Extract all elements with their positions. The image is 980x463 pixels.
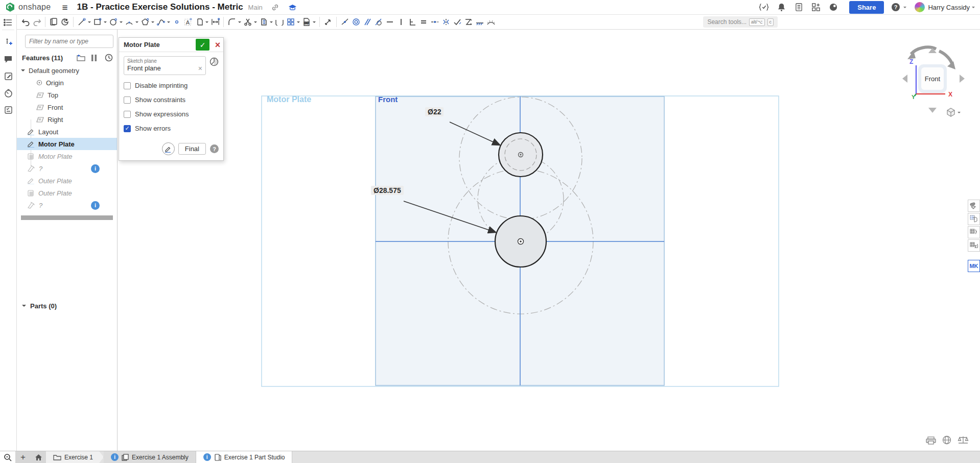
checkbox-icon[interactable] [124, 111, 131, 118]
constraint-curvature[interactable] [485, 16, 497, 28]
user-avatar[interactable] [915, 2, 925, 12]
comments-icon[interactable] [2, 53, 14, 65]
rollback-bar[interactable] [21, 215, 113, 220]
constraint-horizontal[interactable] [384, 16, 395, 28]
grid-cube-braces-tool-icon[interactable] [968, 226, 980, 238]
tree-item-layout-sketch[interactable]: Layout [17, 126, 117, 138]
offset-tool[interactable] [258, 16, 269, 28]
constraint-parallel[interactable] [362, 16, 373, 28]
appearance-tool-icon[interactable] [968, 200, 980, 212]
constraint-equal[interactable] [418, 16, 429, 28]
constraint-fix[interactable] [474, 16, 485, 28]
pattern-tool-caret[interactable] [297, 21, 300, 25]
slot-tool[interactable] [274, 16, 285, 28]
import-dxf-caret[interactable] [313, 21, 316, 25]
checkbox-show-errors[interactable]: ✓ Show errors [124, 125, 219, 132]
tab-exercise-1-part-studio[interactable]: i Exercise 1 Part Studio [196, 451, 293, 463]
suspend-features-icon[interactable] [91, 55, 97, 61]
feature-filter-input[interactable] [25, 35, 113, 48]
rotate-up-arrow[interactable] [928, 44, 937, 53]
featurescript-icon[interactable] [758, 2, 769, 13]
dimension-28575[interactable]: Ø28.575 [371, 186, 404, 195]
tab-exercise-1-assembly[interactable]: i Exercise 1 Assembly [104, 451, 196, 463]
globe-tool-icon[interactable] [942, 435, 951, 447]
line-tool-caret[interactable] [88, 21, 91, 25]
ai-advisor-icon[interactable] [828, 2, 839, 13]
create-folder-icon[interactable] [77, 54, 85, 61]
undo-button[interactable] [20, 16, 31, 28]
spline-tool-caret[interactable] [167, 21, 170, 25]
plane-region-label[interactable]: Front [378, 95, 398, 104]
clear-selection-icon[interactable]: × [198, 65, 202, 72]
tree-item-origin[interactable]: Origin [17, 77, 117, 89]
constraint-coincident[interactable] [339, 16, 351, 28]
view-menu-caret-icon[interactable] [958, 112, 961, 115]
checkbox-show-expressions[interactable]: Show expressions [124, 110, 219, 118]
release-notes-icon[interactable] [793, 2, 804, 13]
constraint-vertical[interactable] [395, 16, 407, 28]
checkbox-show-constraints[interactable]: Show constraints [124, 96, 219, 104]
trim-tool[interactable] [242, 16, 253, 28]
workspace-label[interactable]: Main [248, 4, 263, 11]
rectangle-tool-caret[interactable] [104, 21, 107, 25]
tree-item-unknown-feature-2[interactable]: ? i [17, 199, 117, 211]
point-tool[interactable] [171, 16, 182, 28]
home-tab-icon[interactable] [31, 451, 46, 463]
selection-filter-icon[interactable] [209, 57, 219, 68]
pattern-tool[interactable] [285, 16, 296, 28]
main-menu-icon[interactable]: ≡ [62, 3, 68, 12]
mk-tool-icon[interactable]: MK [968, 260, 980, 272]
print-tool-icon[interactable] [926, 436, 936, 447]
update-info-badge[interactable]: i [91, 201, 100, 210]
circle-tool[interactable] [108, 16, 119, 28]
tree-item-outer-plate-extrude[interactable]: Outer Plate [17, 187, 117, 199]
constraint-concentric[interactable] [351, 16, 362, 28]
line-tool[interactable] [76, 16, 87, 28]
sketch-mode-button[interactable] [162, 142, 175, 155]
parts-header[interactable]: Parts (0) [17, 299, 61, 313]
cancel-x-button[interactable]: × [212, 39, 223, 51]
document-outline-icon[interactable] [2, 18, 14, 30]
app-store-icon[interactable] [810, 2, 822, 13]
rectangle-tool[interactable] [92, 16, 103, 28]
constraint-tangent[interactable] [373, 16, 384, 28]
redo-button[interactable] [31, 16, 42, 28]
learning-center-icon[interactable] [287, 2, 298, 13]
tree-group-default-geometry[interactable]: Default geometry [17, 64, 117, 77]
user-name[interactable]: Harry Cassidy [928, 4, 970, 11]
circle-tool-caret[interactable] [120, 21, 123, 25]
sketch-region-label[interactable]: Motor Plate [267, 95, 311, 104]
tree-item-motor-plate-sketch[interactable]: Motor Plate [17, 138, 117, 150]
tab-exercise-1[interactable]: Exercise 1 [46, 451, 104, 463]
share-button[interactable]: Share [849, 1, 884, 14]
mirror-tool[interactable] [194, 16, 205, 28]
isometric-view-button[interactable] [946, 107, 961, 117]
final-button[interactable]: Final [178, 143, 206, 155]
arc-tool[interactable] [124, 16, 135, 28]
view-cube-face[interactable]: Front [918, 64, 947, 93]
trim-tool-caret[interactable] [254, 21, 257, 25]
history-timer-icon[interactable] [2, 87, 14, 99]
rotate-down-arrow[interactable] [928, 108, 937, 117]
transform-tool[interactable] [322, 16, 334, 28]
dimension-22[interactable]: Ø22 [425, 107, 444, 116]
regeneration-clock-icon[interactable] [105, 54, 113, 62]
constraint-perpendicular[interactable] [407, 16, 418, 28]
offset-tool-caret[interactable] [270, 21, 273, 25]
checkbox-icon[interactable] [124, 96, 131, 104]
insert-item-icon[interactable] [2, 36, 14, 48]
tree-item-right-plane[interactable]: Right [17, 113, 117, 126]
help-icon[interactable]: ? [891, 3, 900, 12]
polygon-tool-caret[interactable] [151, 21, 154, 25]
notifications-bell-icon[interactable] [776, 2, 787, 13]
import-dxf-tool[interactable]: DXF [301, 16, 312, 28]
imprint-tool[interactable] [59, 16, 71, 28]
constraint-pattern-sync[interactable] [463, 16, 474, 28]
tree-item-top-plane[interactable]: Top [17, 89, 117, 101]
tree-item-outer-plate-sketch[interactable]: Outer Plate [17, 175, 117, 187]
add-tab-button[interactable]: + [15, 451, 31, 463]
copy-link-icon[interactable] [270, 2, 281, 13]
chevron-down-icon[interactable] [21, 69, 25, 74]
dimension-tool[interactable] [209, 16, 221, 28]
search-tabs-icon[interactable] [0, 451, 15, 463]
